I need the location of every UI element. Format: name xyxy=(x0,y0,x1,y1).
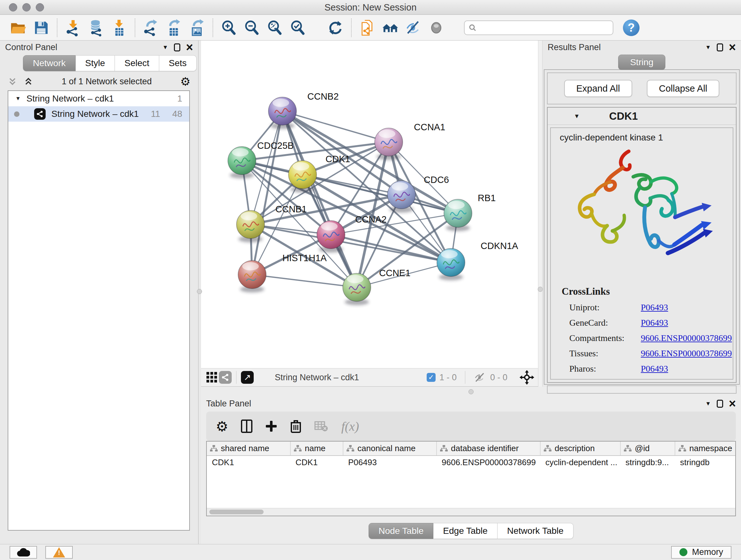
zoom-selected-icon xyxy=(289,19,307,37)
delete-table-icon xyxy=(314,421,328,432)
edge-HIST1H1A-CCNE1[interactable] xyxy=(252,274,357,287)
table-row[interactable]: CDK1CDK1P064939606.ENSP00000378699cyclin… xyxy=(207,455,735,469)
cloud-status-button[interactable] xyxy=(10,546,37,559)
network-canvas[interactable]: CCNB2CCNA1CDC25BCDK1CDC6RB1CCNB1CCNA2CDK… xyxy=(201,41,538,368)
network-label: String Network – cdk1 xyxy=(51,109,139,119)
control-panel-title: Control Panel xyxy=(5,43,57,52)
section-collapse-icon[interactable]: ▼ xyxy=(574,113,580,120)
panel-menu-icon[interactable]: ▼ xyxy=(705,400,711,407)
export-table-icon xyxy=(165,19,183,37)
tab-network-table[interactable]: Network Table xyxy=(497,523,574,539)
scrollbar-thumb[interactable] xyxy=(209,509,264,514)
hide-selected-button[interactable] xyxy=(403,17,423,38)
panel-close-icon[interactable]: × xyxy=(729,43,736,51)
crosslink-link[interactable]: 9606.ENSP00000378699 xyxy=(641,333,732,343)
question-icon: ? xyxy=(628,21,635,35)
panel-float-icon[interactable] xyxy=(717,400,723,408)
crosslink-link[interactable]: 9606.ENSP00000378699 xyxy=(641,348,732,359)
string-network-graph[interactable]: CCNB2CCNA1CDC25BCDK1CDC6RB1CCNB1CCNA2CDK… xyxy=(201,41,538,368)
gear-icon[interactable]: ⚙ xyxy=(180,75,191,88)
zoom-in-button[interactable] xyxy=(219,17,239,38)
refresh-view-button[interactable] xyxy=(326,17,345,38)
string-view-button[interactable] xyxy=(219,371,232,384)
edge-CCNB2-CCNA1[interactable] xyxy=(282,111,389,142)
zoom-out-button[interactable] xyxy=(242,17,262,38)
column-header-shared-name[interactable]: shared name xyxy=(207,442,290,455)
gene-description: cyclin-dependent kinase 1 xyxy=(560,132,733,143)
column-header-name[interactable]: name xyxy=(290,442,343,455)
tab-edge-table[interactable]: Edge Table xyxy=(433,523,497,539)
node-section-header[interactable]: ▼ CDK1 xyxy=(548,108,736,125)
panel-float-icon[interactable] xyxy=(174,44,180,51)
warnings-button[interactable]: ! xyxy=(45,546,73,559)
panel-float-icon[interactable] xyxy=(717,44,723,51)
panel-menu-icon[interactable]: ▼ xyxy=(162,44,168,51)
refresh-icon xyxy=(327,19,344,37)
splitter-handle[interactable] xyxy=(468,389,474,394)
node-count: 11 xyxy=(151,109,160,119)
zoom-out-icon xyxy=(243,19,260,37)
tree-expand-icon[interactable]: ▼ xyxy=(15,96,21,102)
birdseye-view-button[interactable]: ↗ xyxy=(241,371,254,384)
help-button[interactable]: ? xyxy=(623,19,639,36)
tab-network[interactable]: Network xyxy=(23,55,76,71)
expand-all-button[interactable]: Expand All xyxy=(564,80,632,97)
crosshair-icon[interactable] xyxy=(520,370,534,385)
selected-checkbox-icon[interactable]: ✓ xyxy=(427,373,435,382)
splitter-handle[interactable] xyxy=(538,287,543,292)
tab-sets[interactable]: Sets xyxy=(159,55,197,71)
collapse-all-button[interactable]: Collapse All xyxy=(647,80,720,97)
splitter-handle[interactable] xyxy=(197,289,202,294)
tab-node-table[interactable]: Node Table xyxy=(368,523,433,539)
crosslink-row: Compartments:9606.ENSP00000378699 xyxy=(569,333,733,343)
column-header-description[interactable]: description xyxy=(540,442,620,455)
crosslink-link[interactable]: P06493 xyxy=(641,318,668,328)
zoom-fit-button[interactable] xyxy=(265,17,285,38)
node-label-CCNB2: CCNB2 xyxy=(307,91,339,102)
grid-view-button[interactable] xyxy=(205,370,219,384)
column-header-canonical-name[interactable]: canonical name xyxy=(343,442,436,455)
column-header-id[interactable]: @id xyxy=(620,442,675,455)
panel-menu-icon[interactable]: ▼ xyxy=(705,44,711,51)
collapse-all-chevron-icon[interactable] xyxy=(8,77,17,86)
string-app-button[interactable] xyxy=(357,17,377,38)
open-session-button[interactable] xyxy=(8,17,28,38)
memory-label: Memory xyxy=(692,547,723,557)
memory-button[interactable]: Memory xyxy=(671,546,731,559)
column-header-database-identifier[interactable]: database identifier xyxy=(436,442,540,455)
edge-CCNB2-HIST1H1A[interactable] xyxy=(252,111,282,274)
delete-column-trash-icon[interactable] xyxy=(290,420,301,433)
network-row-selected[interactable]: String Network – cdk1 11 48 xyxy=(8,106,189,122)
crosslink-link[interactable]: P06493 xyxy=(641,364,668,374)
edge-CCNA2-CDKN1A[interactable] xyxy=(331,235,451,262)
tab-select[interactable]: Select xyxy=(115,55,159,71)
export-image-button[interactable] xyxy=(187,17,207,38)
show-all-button[interactable] xyxy=(426,17,446,38)
panel-close-icon[interactable]: × xyxy=(186,43,193,51)
tab-string[interactable]: String xyxy=(618,55,665,70)
expand-all-chevron-icon[interactable] xyxy=(23,77,33,86)
import-network-from-database-button[interactable] xyxy=(86,17,106,38)
search-input[interactable] xyxy=(464,20,613,35)
first-neighbors-button[interactable] xyxy=(381,17,400,38)
export-table-button[interactable] xyxy=(164,17,184,38)
vertical-splitter[interactable] xyxy=(538,41,542,387)
table-settings-gear-icon[interactable]: ⚙ xyxy=(216,418,228,435)
column-header-namespace[interactable]: namespace xyxy=(675,442,735,455)
tab-style[interactable]: Style xyxy=(76,55,115,71)
import-network-button[interactable] xyxy=(63,17,83,38)
crosslink-link[interactable]: P06493 xyxy=(641,302,668,313)
panel-close-icon[interactable]: × xyxy=(729,399,736,408)
network-collection-row[interactable]: ▼ String Network – cdk1 1 xyxy=(8,91,189,106)
node-table[interactable]: shared namenamecanonical namedatabase id… xyxy=(206,441,736,516)
crosslink-row: Pharos:P06493 xyxy=(569,364,733,374)
collection-count: 1 xyxy=(177,94,182,104)
import-table-button[interactable] xyxy=(109,17,129,38)
table-horizontal-scrollbar[interactable] xyxy=(207,508,735,516)
grid-icon xyxy=(206,372,217,383)
show-columns-icon[interactable] xyxy=(241,420,253,433)
export-network-button[interactable] xyxy=(141,17,161,38)
zoom-selected-button[interactable] xyxy=(288,17,308,38)
save-session-button[interactable] xyxy=(31,17,51,38)
add-column-icon[interactable] xyxy=(265,420,277,432)
